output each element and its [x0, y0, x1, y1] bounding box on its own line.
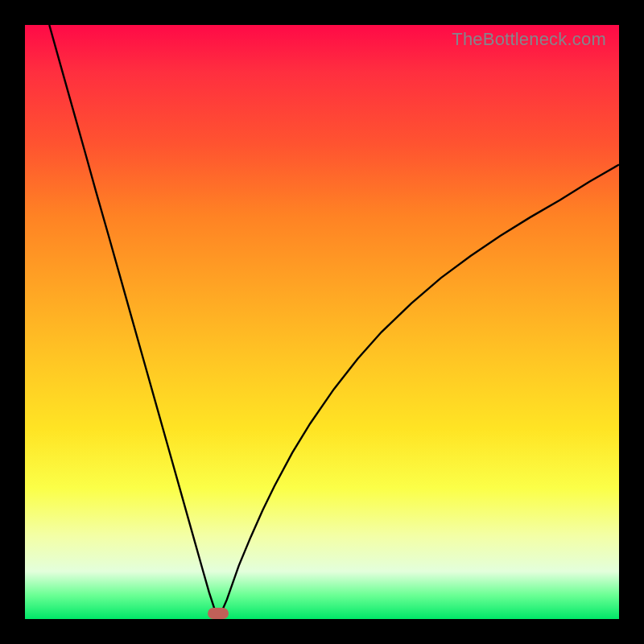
curve-layer — [25, 25, 619, 619]
bottleneck-curve — [49, 25, 619, 613]
plot-area: TheBottleneck.com — [25, 25, 619, 619]
chart-frame: TheBottleneck.com — [0, 0, 644, 644]
optimal-marker — [208, 608, 229, 619]
